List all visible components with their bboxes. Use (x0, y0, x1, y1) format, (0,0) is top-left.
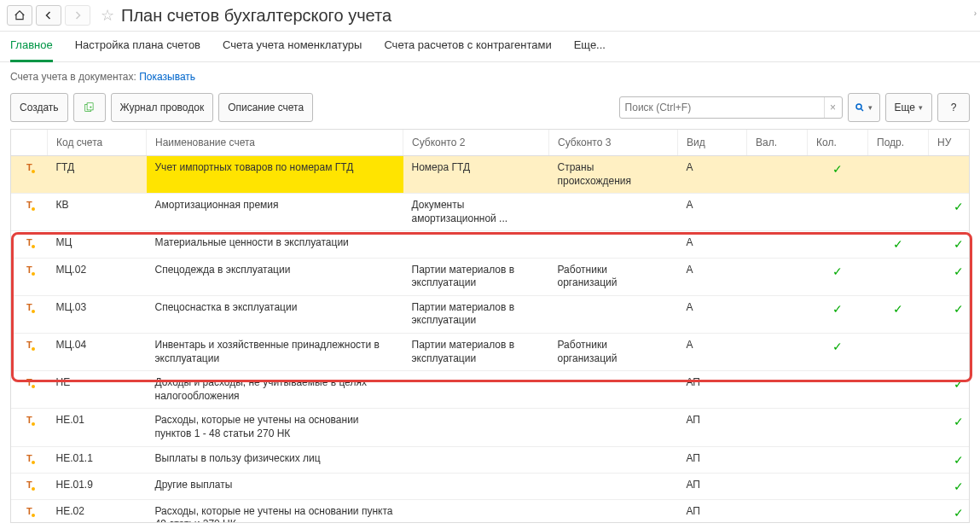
col-nu[interactable]: НУ (929, 130, 971, 156)
table-row[interactable]: ТКВАмортизационная премияДокументы аморт… (11, 194, 970, 231)
cell-name: Расходы, которые не учтены на основании … (147, 409, 403, 446)
cell-sub3 (549, 446, 678, 473)
table-row[interactable]: ТНЕ.01Расходы, которые не учтены на осно… (11, 409, 970, 446)
accounts-show-link[interactable]: Показывать (139, 71, 195, 83)
tab-счетаучетаноменклатуры[interactable]: Счета учета номенклатуры (223, 38, 362, 61)
cell-kind: АП (678, 473, 747, 499)
checkmark-icon: ✓ (808, 156, 868, 194)
cell-code: МЦ.02 (48, 258, 147, 295)
cell-name: Спецоснастка в эксплуатации (147, 295, 403, 333)
col-qty[interactable]: Кол. (808, 130, 868, 156)
cell-name: Инвентарь и хозяйственные принадлежности… (147, 333, 403, 370)
accounts-in-documents-label: Счета учета в документах: (10, 71, 139, 83)
cell-name: Амортизационная премия (147, 194, 403, 231)
cell-kind: АП (678, 446, 747, 473)
cell-sub2: Партии материалов в эксплуатации (403, 258, 549, 295)
col-icon[interactable] (11, 130, 48, 156)
table-row[interactable]: ТГТДУчет импортных товаров по номерам ГТ… (11, 156, 970, 194)
col-sub3[interactable]: Субконто 3 (549, 130, 678, 156)
cell-code: МЦ.04 (48, 333, 147, 370)
cell-name: Спецодежда в эксплуатации (147, 258, 403, 295)
cell-kind: А (678, 333, 747, 370)
cell-kind: АП (678, 499, 747, 523)
journal-button[interactable]: Журнал проводок (111, 93, 214, 122)
col-sub2[interactable]: Субконто 2 (403, 130, 549, 156)
cell-sub3 (549, 194, 678, 231)
cell-sub2 (403, 446, 549, 473)
col-dept[interactable]: Подр. (868, 130, 929, 156)
tab-счетарасчетовсконтрагентами[interactable]: Счета расчетов с контрагентами (384, 38, 551, 61)
cell-kind: АП (678, 371, 747, 409)
cell-name: Выплаты в пользу физических лиц (147, 446, 403, 473)
cell-sub3: Работники организаций (549, 333, 678, 370)
create-button[interactable]: Создать (10, 93, 68, 122)
cell-name: Другие выплаты (147, 473, 403, 499)
table-row[interactable]: ТНЕ.01.9Другие выплатыАП✓✓ (11, 473, 970, 499)
col-kind[interactable]: Вид (678, 130, 747, 156)
checkmark-icon: ✓ (929, 194, 971, 231)
table-row[interactable]: ТМЦ.03Спецоснастка в эксплуатацииПартии … (11, 295, 970, 333)
home-button[interactable] (7, 5, 32, 26)
col-name[interactable]: Наименование счета (147, 130, 403, 156)
cell-kind: А (678, 231, 747, 258)
checkmark-icon: ✓ (808, 295, 868, 333)
account-icon: Т (26, 480, 32, 490)
svg-point-3 (856, 104, 861, 109)
cell-code: НЕ.01.1 (48, 446, 147, 473)
table-row[interactable]: ТМЦ.04Инвентарь и хозяйственные принадле… (11, 333, 970, 370)
copy-button[interactable]: + (73, 93, 106, 122)
cell-code: КВ (48, 194, 147, 231)
account-icon: Т (26, 377, 32, 387)
forward-button[interactable] (65, 5, 90, 26)
checkmark-icon: ✓ (929, 446, 971, 473)
checkmark-icon: ✓ (929, 371, 971, 409)
table-row[interactable]: ТНЕДоходы и расходы, не учитываемые в це… (11, 371, 970, 409)
cell-name: Расходы, которые не учтены на основании … (147, 499, 403, 523)
cell-code: ГТД (48, 156, 147, 194)
expand-icon[interactable]: › (974, 9, 977, 18)
col-code[interactable]: Код счета (48, 130, 147, 156)
cell-sub2 (403, 409, 549, 446)
cell-code: НЕ.01 (48, 409, 147, 446)
search-menu-button[interactable]: ▾ (848, 93, 880, 122)
cell-sub3 (549, 473, 678, 499)
table-row[interactable]: ТМЦ.02Спецодежда в эксплуатацииПартии ма… (11, 258, 970, 295)
cell-code: МЦ (48, 231, 147, 258)
help-button[interactable]: ? (937, 93, 970, 122)
account-icon: Т (26, 200, 32, 210)
more-button[interactable]: Еще▾ (885, 93, 932, 122)
table-row[interactable]: ТНЕ.01.1Выплаты в пользу физических лицА… (11, 446, 970, 473)
table-row[interactable]: ТНЕ.02Расходы, которые не учтены на осно… (11, 499, 970, 523)
account-icon: Т (26, 162, 32, 172)
cell-kind: А (678, 194, 747, 231)
account-icon: Т (26, 302, 32, 312)
cell-sub3 (549, 231, 678, 258)
account-icon: Т (26, 506, 32, 516)
col-val[interactable]: Вал. (747, 130, 808, 156)
favorite-star-icon[interactable]: ☆ (101, 6, 114, 25)
back-button[interactable] (36, 5, 61, 26)
cell-sub3 (549, 371, 678, 409)
cell-sub2: Партии материалов в эксплуатации (403, 295, 549, 333)
tab-главное[interactable]: Главное (10, 38, 53, 62)
cell-kind: А (678, 156, 747, 194)
cell-sub2 (403, 473, 549, 499)
checkmark-icon: ✓ (929, 295, 971, 333)
tab-еще[interactable]: Еще... (574, 38, 606, 61)
cell-kind: А (678, 295, 747, 333)
cell-sub3 (549, 499, 678, 523)
cell-sub2 (403, 499, 549, 523)
search-field[interactable]: × (619, 96, 843, 119)
checkmark-icon: ✓ (808, 258, 868, 295)
page-title: План счетов бухгалтерского учета (121, 6, 391, 26)
checkmark-icon: ✓ (868, 295, 929, 333)
cell-name: Учет импортных товаров по номерам ГТД (147, 156, 403, 194)
account-description-button[interactable]: Описание счета (218, 93, 313, 122)
table-row[interactable]: ТМЦМатериальные ценности в эксплуатацииА… (11, 231, 970, 258)
clear-search-icon[interactable]: × (824, 97, 842, 118)
search-input[interactable] (620, 102, 824, 113)
cell-sub3: Работники организаций (549, 258, 678, 295)
checkmark-icon: ✓ (929, 473, 971, 499)
tab-настройкапланасчетов[interactable]: Настройка плана счетов (75, 38, 200, 61)
checkmark-icon: ✓ (929, 499, 971, 523)
